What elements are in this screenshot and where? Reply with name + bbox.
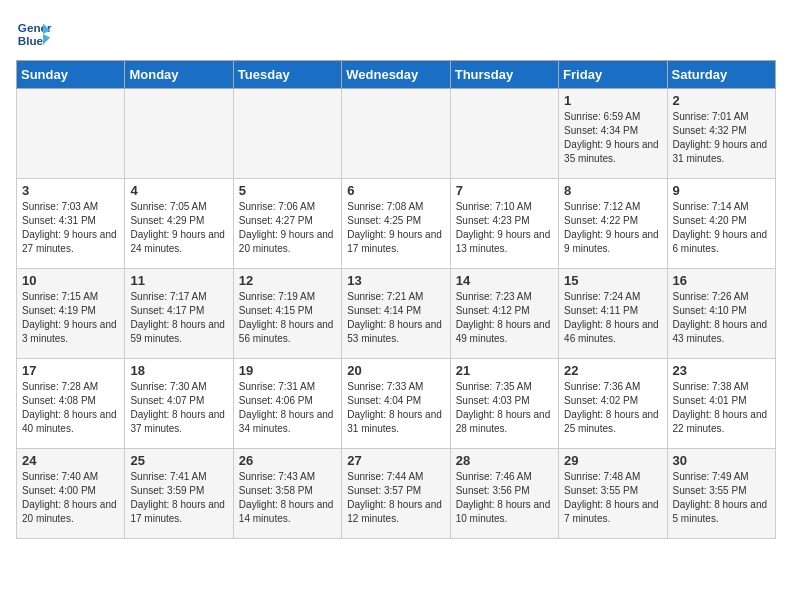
calendar-cell: 8Sunrise: 7:12 AM Sunset: 4:22 PM Daylig… <box>559 179 667 269</box>
day-number: 4 <box>130 183 227 198</box>
day-info: Sunrise: 7:49 AM Sunset: 3:55 PM Dayligh… <box>673 470 770 526</box>
calendar-cell: 28Sunrise: 7:46 AM Sunset: 3:56 PM Dayli… <box>450 449 558 539</box>
day-number: 19 <box>239 363 336 378</box>
calendar-cell: 12Sunrise: 7:19 AM Sunset: 4:15 PM Dayli… <box>233 269 341 359</box>
week-row-1: 1Sunrise: 6:59 AM Sunset: 4:34 PM Daylig… <box>17 89 776 179</box>
day-info: Sunrise: 7:19 AM Sunset: 4:15 PM Dayligh… <box>239 290 336 346</box>
calendar-cell: 24Sunrise: 7:40 AM Sunset: 4:00 PM Dayli… <box>17 449 125 539</box>
calendar-cell: 13Sunrise: 7:21 AM Sunset: 4:14 PM Dayli… <box>342 269 450 359</box>
day-number: 22 <box>564 363 661 378</box>
calendar-cell: 2Sunrise: 7:01 AM Sunset: 4:32 PM Daylig… <box>667 89 775 179</box>
calendar-cell: 1Sunrise: 6:59 AM Sunset: 4:34 PM Daylig… <box>559 89 667 179</box>
calendar-cell <box>342 89 450 179</box>
calendar-cell: 16Sunrise: 7:26 AM Sunset: 4:10 PM Dayli… <box>667 269 775 359</box>
day-number: 16 <box>673 273 770 288</box>
weekday-header-friday: Friday <box>559 61 667 89</box>
day-info: Sunrise: 7:14 AM Sunset: 4:20 PM Dayligh… <box>673 200 770 256</box>
day-number: 23 <box>673 363 770 378</box>
calendar-cell: 29Sunrise: 7:48 AM Sunset: 3:55 PM Dayli… <box>559 449 667 539</box>
day-number: 30 <box>673 453 770 468</box>
calendar-cell <box>233 89 341 179</box>
day-number: 15 <box>564 273 661 288</box>
day-number: 8 <box>564 183 661 198</box>
calendar-cell: 10Sunrise: 7:15 AM Sunset: 4:19 PM Dayli… <box>17 269 125 359</box>
day-number: 7 <box>456 183 553 198</box>
day-info: Sunrise: 7:12 AM Sunset: 4:22 PM Dayligh… <box>564 200 661 256</box>
calendar-cell: 14Sunrise: 7:23 AM Sunset: 4:12 PM Dayli… <box>450 269 558 359</box>
day-info: Sunrise: 7:41 AM Sunset: 3:59 PM Dayligh… <box>130 470 227 526</box>
calendar-cell: 7Sunrise: 7:10 AM Sunset: 4:23 PM Daylig… <box>450 179 558 269</box>
logo-icon: General Blue <box>16 16 52 52</box>
day-info: Sunrise: 7:15 AM Sunset: 4:19 PM Dayligh… <box>22 290 119 346</box>
day-number: 26 <box>239 453 336 468</box>
day-number: 13 <box>347 273 444 288</box>
day-number: 29 <box>564 453 661 468</box>
weekday-header-saturday: Saturday <box>667 61 775 89</box>
day-number: 14 <box>456 273 553 288</box>
calendar-cell: 30Sunrise: 7:49 AM Sunset: 3:55 PM Dayli… <box>667 449 775 539</box>
day-number: 12 <box>239 273 336 288</box>
calendar-cell: 27Sunrise: 7:44 AM Sunset: 3:57 PM Dayli… <box>342 449 450 539</box>
day-info: Sunrise: 7:05 AM Sunset: 4:29 PM Dayligh… <box>130 200 227 256</box>
day-number: 3 <box>22 183 119 198</box>
day-info: Sunrise: 7:08 AM Sunset: 4:25 PM Dayligh… <box>347 200 444 256</box>
day-info: Sunrise: 7:33 AM Sunset: 4:04 PM Dayligh… <box>347 380 444 436</box>
calendar-cell: 23Sunrise: 7:38 AM Sunset: 4:01 PM Dayli… <box>667 359 775 449</box>
calendar-cell <box>17 89 125 179</box>
calendar-cell: 9Sunrise: 7:14 AM Sunset: 4:20 PM Daylig… <box>667 179 775 269</box>
day-number: 6 <box>347 183 444 198</box>
calendar-cell: 11Sunrise: 7:17 AM Sunset: 4:17 PM Dayli… <box>125 269 233 359</box>
day-info: Sunrise: 7:31 AM Sunset: 4:06 PM Dayligh… <box>239 380 336 436</box>
calendar-cell: 15Sunrise: 7:24 AM Sunset: 4:11 PM Dayli… <box>559 269 667 359</box>
day-info: Sunrise: 7:21 AM Sunset: 4:14 PM Dayligh… <box>347 290 444 346</box>
day-info: Sunrise: 7:46 AM Sunset: 3:56 PM Dayligh… <box>456 470 553 526</box>
day-info: Sunrise: 7:28 AM Sunset: 4:08 PM Dayligh… <box>22 380 119 436</box>
day-number: 10 <box>22 273 119 288</box>
week-row-2: 3Sunrise: 7:03 AM Sunset: 4:31 PM Daylig… <box>17 179 776 269</box>
weekday-header-wednesday: Wednesday <box>342 61 450 89</box>
svg-text:Blue: Blue <box>18 34 44 47</box>
day-info: Sunrise: 7:40 AM Sunset: 4:00 PM Dayligh… <box>22 470 119 526</box>
day-number: 24 <box>22 453 119 468</box>
calendar-cell <box>125 89 233 179</box>
day-info: Sunrise: 7:10 AM Sunset: 4:23 PM Dayligh… <box>456 200 553 256</box>
header: General Blue <box>16 16 776 52</box>
weekday-header-sunday: Sunday <box>17 61 125 89</box>
day-number: 27 <box>347 453 444 468</box>
weekday-header-row: SundayMondayTuesdayWednesdayThursdayFrid… <box>17 61 776 89</box>
day-info: Sunrise: 7:36 AM Sunset: 4:02 PM Dayligh… <box>564 380 661 436</box>
day-number: 25 <box>130 453 227 468</box>
calendar-cell: 5Sunrise: 7:06 AM Sunset: 4:27 PM Daylig… <box>233 179 341 269</box>
week-row-4: 17Sunrise: 7:28 AM Sunset: 4:08 PM Dayli… <box>17 359 776 449</box>
calendar-cell: 19Sunrise: 7:31 AM Sunset: 4:06 PM Dayli… <box>233 359 341 449</box>
calendar-cell: 20Sunrise: 7:33 AM Sunset: 4:04 PM Dayli… <box>342 359 450 449</box>
calendar-cell: 18Sunrise: 7:30 AM Sunset: 4:07 PM Dayli… <box>125 359 233 449</box>
day-number: 17 <box>22 363 119 378</box>
logo: General Blue <box>16 16 52 52</box>
day-number: 21 <box>456 363 553 378</box>
calendar-cell: 25Sunrise: 7:41 AM Sunset: 3:59 PM Dayli… <box>125 449 233 539</box>
day-number: 2 <box>673 93 770 108</box>
day-number: 28 <box>456 453 553 468</box>
day-number: 18 <box>130 363 227 378</box>
day-info: Sunrise: 7:06 AM Sunset: 4:27 PM Dayligh… <box>239 200 336 256</box>
calendar-cell: 17Sunrise: 7:28 AM Sunset: 4:08 PM Dayli… <box>17 359 125 449</box>
day-info: Sunrise: 7:01 AM Sunset: 4:32 PM Dayligh… <box>673 110 770 166</box>
day-info: Sunrise: 7:24 AM Sunset: 4:11 PM Dayligh… <box>564 290 661 346</box>
day-info: Sunrise: 7:38 AM Sunset: 4:01 PM Dayligh… <box>673 380 770 436</box>
day-info: Sunrise: 7:43 AM Sunset: 3:58 PM Dayligh… <box>239 470 336 526</box>
calendar-cell: 22Sunrise: 7:36 AM Sunset: 4:02 PM Dayli… <box>559 359 667 449</box>
weekday-header-tuesday: Tuesday <box>233 61 341 89</box>
calendar-cell: 26Sunrise: 7:43 AM Sunset: 3:58 PM Dayli… <box>233 449 341 539</box>
week-row-5: 24Sunrise: 7:40 AM Sunset: 4:00 PM Dayli… <box>17 449 776 539</box>
weekday-header-monday: Monday <box>125 61 233 89</box>
day-info: Sunrise: 7:17 AM Sunset: 4:17 PM Dayligh… <box>130 290 227 346</box>
calendar-cell: 6Sunrise: 7:08 AM Sunset: 4:25 PM Daylig… <box>342 179 450 269</box>
day-number: 5 <box>239 183 336 198</box>
day-info: Sunrise: 7:26 AM Sunset: 4:10 PM Dayligh… <box>673 290 770 346</box>
weekday-header-thursday: Thursday <box>450 61 558 89</box>
day-info: Sunrise: 7:44 AM Sunset: 3:57 PM Dayligh… <box>347 470 444 526</box>
calendar-cell: 3Sunrise: 7:03 AM Sunset: 4:31 PM Daylig… <box>17 179 125 269</box>
calendar-cell: 21Sunrise: 7:35 AM Sunset: 4:03 PM Dayli… <box>450 359 558 449</box>
day-info: Sunrise: 7:35 AM Sunset: 4:03 PM Dayligh… <box>456 380 553 436</box>
